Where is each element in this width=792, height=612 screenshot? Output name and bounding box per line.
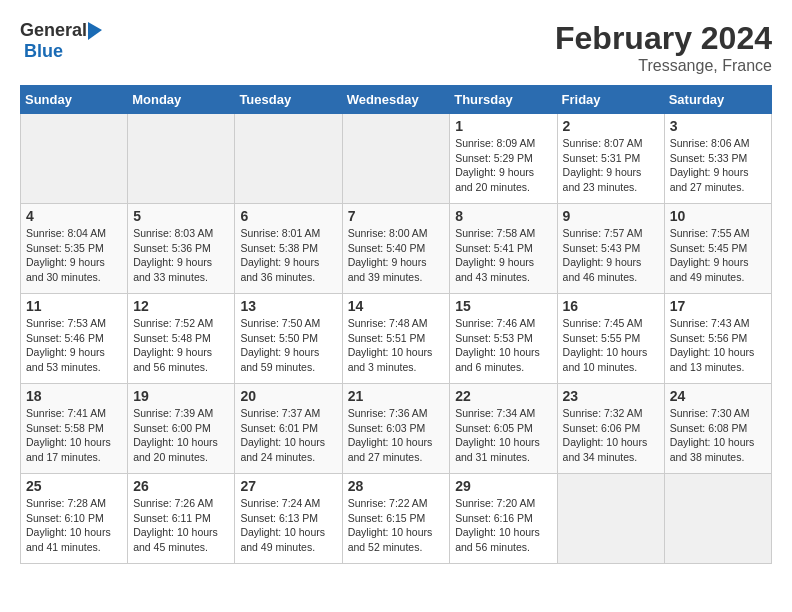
calendar-cell: 23Sunrise: 7:32 AMSunset: 6:06 PMDayligh… [557,384,664,474]
calendar-cell [342,114,450,204]
day-number: 5 [133,208,229,224]
calendar-cell: 20Sunrise: 7:37 AMSunset: 6:01 PMDayligh… [235,384,342,474]
day-number: 20 [240,388,336,404]
calendar-cell: 10Sunrise: 7:55 AMSunset: 5:45 PMDayligh… [664,204,771,294]
day-info: Sunrise: 7:26 AMSunset: 6:11 PMDaylight:… [133,496,229,555]
day-number: 25 [26,478,122,494]
day-info: Sunrise: 7:36 AMSunset: 6:03 PMDaylight:… [348,406,445,465]
day-info: Sunrise: 8:07 AMSunset: 5:31 PMDaylight:… [563,136,659,195]
day-info: Sunrise: 7:30 AMSunset: 6:08 PMDaylight:… [670,406,766,465]
weekday-header-saturday: Saturday [664,86,771,114]
day-info: Sunrise: 7:32 AMSunset: 6:06 PMDaylight:… [563,406,659,465]
day-number: 22 [455,388,551,404]
weekday-header-thursday: Thursday [450,86,557,114]
day-number: 7 [348,208,445,224]
day-number: 23 [563,388,659,404]
day-number: 13 [240,298,336,314]
calendar-cell: 11Sunrise: 7:53 AMSunset: 5:46 PMDayligh… [21,294,128,384]
calendar-cell: 17Sunrise: 7:43 AMSunset: 5:56 PMDayligh… [664,294,771,384]
calendar-cell: 8Sunrise: 7:58 AMSunset: 5:41 PMDaylight… [450,204,557,294]
day-number: 18 [26,388,122,404]
calendar-week-5: 25Sunrise: 7:28 AMSunset: 6:10 PMDayligh… [21,474,772,564]
calendar-cell: 13Sunrise: 7:50 AMSunset: 5:50 PMDayligh… [235,294,342,384]
svg-marker-0 [88,22,102,40]
calendar-cell: 27Sunrise: 7:24 AMSunset: 6:13 PMDayligh… [235,474,342,564]
day-number: 16 [563,298,659,314]
calendar-cell: 18Sunrise: 7:41 AMSunset: 5:58 PMDayligh… [21,384,128,474]
logo-general-text: General [20,20,87,41]
day-info: Sunrise: 7:57 AMSunset: 5:43 PMDaylight:… [563,226,659,285]
calendar-cell [235,114,342,204]
day-number: 9 [563,208,659,224]
calendar-cell: 9Sunrise: 7:57 AMSunset: 5:43 PMDaylight… [557,204,664,294]
day-number: 6 [240,208,336,224]
day-info: Sunrise: 7:28 AMSunset: 6:10 PMDaylight:… [26,496,122,555]
calendar-cell [21,114,128,204]
day-number: 19 [133,388,229,404]
calendar-week-2: 4Sunrise: 8:04 AMSunset: 5:35 PMDaylight… [21,204,772,294]
day-info: Sunrise: 8:03 AMSunset: 5:36 PMDaylight:… [133,226,229,285]
day-info: Sunrise: 7:48 AMSunset: 5:51 PMDaylight:… [348,316,445,375]
day-number: 29 [455,478,551,494]
day-info: Sunrise: 7:39 AMSunset: 6:00 PMDaylight:… [133,406,229,465]
calendar-cell: 16Sunrise: 7:45 AMSunset: 5:55 PMDayligh… [557,294,664,384]
calendar-cell [557,474,664,564]
calendar-cell: 21Sunrise: 7:36 AMSunset: 6:03 PMDayligh… [342,384,450,474]
day-number: 17 [670,298,766,314]
logo-triangle-icon [88,20,104,40]
day-info: Sunrise: 7:46 AMSunset: 5:53 PMDaylight:… [455,316,551,375]
calendar-cell [128,114,235,204]
calendar-week-4: 18Sunrise: 7:41 AMSunset: 5:58 PMDayligh… [21,384,772,474]
calendar-cell: 7Sunrise: 8:00 AMSunset: 5:40 PMDaylight… [342,204,450,294]
weekday-header-friday: Friday [557,86,664,114]
calendar-cell: 25Sunrise: 7:28 AMSunset: 6:10 PMDayligh… [21,474,128,564]
location-title: Tressange, France [555,57,772,75]
day-number: 27 [240,478,336,494]
logo: General Blue [20,20,104,62]
weekday-header-sunday: Sunday [21,86,128,114]
day-info: Sunrise: 7:55 AMSunset: 5:45 PMDaylight:… [670,226,766,285]
day-info: Sunrise: 7:50 AMSunset: 5:50 PMDaylight:… [240,316,336,375]
day-info: Sunrise: 7:20 AMSunset: 6:16 PMDaylight:… [455,496,551,555]
month-title: February 2024 [555,20,772,57]
day-number: 3 [670,118,766,134]
day-info: Sunrise: 7:53 AMSunset: 5:46 PMDaylight:… [26,316,122,375]
calendar-cell: 12Sunrise: 7:52 AMSunset: 5:48 PMDayligh… [128,294,235,384]
weekday-header-tuesday: Tuesday [235,86,342,114]
day-number: 14 [348,298,445,314]
day-info: Sunrise: 7:43 AMSunset: 5:56 PMDaylight:… [670,316,766,375]
calendar-cell: 5Sunrise: 8:03 AMSunset: 5:36 PMDaylight… [128,204,235,294]
calendar-cell: 15Sunrise: 7:46 AMSunset: 5:53 PMDayligh… [450,294,557,384]
day-info: Sunrise: 7:52 AMSunset: 5:48 PMDaylight:… [133,316,229,375]
day-info: Sunrise: 8:00 AMSunset: 5:40 PMDaylight:… [348,226,445,285]
day-number: 12 [133,298,229,314]
day-info: Sunrise: 8:09 AMSunset: 5:29 PMDaylight:… [455,136,551,195]
calendar-cell: 14Sunrise: 7:48 AMSunset: 5:51 PMDayligh… [342,294,450,384]
day-number: 15 [455,298,551,314]
day-info: Sunrise: 7:24 AMSunset: 6:13 PMDaylight:… [240,496,336,555]
day-number: 21 [348,388,445,404]
page-header: General Blue February 2024 Tressange, Fr… [20,20,772,75]
day-number: 28 [348,478,445,494]
day-info: Sunrise: 7:58 AMSunset: 5:41 PMDaylight:… [455,226,551,285]
calendar-cell: 1Sunrise: 8:09 AMSunset: 5:29 PMDaylight… [450,114,557,204]
calendar-week-3: 11Sunrise: 7:53 AMSunset: 5:46 PMDayligh… [21,294,772,384]
calendar-cell: 24Sunrise: 7:30 AMSunset: 6:08 PMDayligh… [664,384,771,474]
day-info: Sunrise: 7:37 AMSunset: 6:01 PMDaylight:… [240,406,336,465]
calendar-table: SundayMondayTuesdayWednesdayThursdayFrid… [20,85,772,564]
day-number: 24 [670,388,766,404]
day-info: Sunrise: 8:06 AMSunset: 5:33 PMDaylight:… [670,136,766,195]
day-number: 10 [670,208,766,224]
calendar-cell: 26Sunrise: 7:26 AMSunset: 6:11 PMDayligh… [128,474,235,564]
calendar-cell: 6Sunrise: 8:01 AMSunset: 5:38 PMDaylight… [235,204,342,294]
day-info: Sunrise: 7:41 AMSunset: 5:58 PMDaylight:… [26,406,122,465]
calendar-cell: 19Sunrise: 7:39 AMSunset: 6:00 PMDayligh… [128,384,235,474]
logo-blue-text: Blue [24,41,63,61]
day-info: Sunrise: 7:45 AMSunset: 5:55 PMDaylight:… [563,316,659,375]
calendar-cell: 2Sunrise: 8:07 AMSunset: 5:31 PMDaylight… [557,114,664,204]
title-block: February 2024 Tressange, France [555,20,772,75]
day-number: 11 [26,298,122,314]
weekday-header-wednesday: Wednesday [342,86,450,114]
day-number: 2 [563,118,659,134]
day-number: 1 [455,118,551,134]
